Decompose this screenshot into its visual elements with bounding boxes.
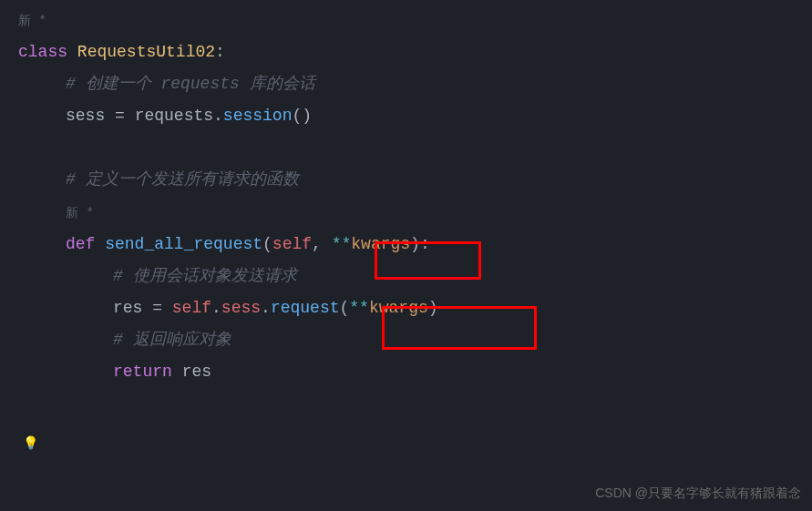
star-operator: ** (332, 235, 352, 253)
code-line-return: return res (18, 356, 794, 388)
code-line-res: res = self.sess.request(**kwargs) (18, 292, 794, 324)
comment-text: # 返回响应对象 (113, 331, 231, 349)
lightbulb-icon[interactable]: 💡 (23, 432, 38, 456)
var-sess: sess (66, 107, 105, 125)
code-line-sess: sess = requests.session() (18, 100, 794, 132)
comment-text: # 创建一个 requests 库的会话 (66, 75, 315, 93)
self-ref: self (172, 299, 211, 317)
code-line-comment4: # 返回响应对象 (18, 324, 794, 356)
keyword-return: return (113, 363, 172, 381)
star-operator: ** (349, 299, 369, 317)
class-name: RequestsUtil02 (77, 43, 215, 61)
open-paren: ( (340, 299, 350, 317)
code-line-comment2: # 定义一个发送所有请求的函数 (18, 164, 794, 196)
dot: . (211, 299, 221, 317)
comment-text: # 定义一个发送所有请求的函数 (66, 170, 299, 189)
function-name: send_all_request (105, 235, 262, 253)
parens: () (292, 107, 312, 125)
code-line-class: class RequestsUtil02: (18, 36, 794, 68)
code-line-def: def send_all_request(self, **kwargs): (18, 229, 794, 261)
close-paren: ) (428, 299, 438, 317)
close-paren: ) (410, 235, 420, 253)
code-line-comment3: # 使用会话对象发送请求 (18, 261, 794, 292)
keyword-class: class (18, 43, 67, 61)
vcs-hint2: 新 * (18, 197, 794, 229)
return-value: res (182, 363, 211, 381)
blank-line (18, 132, 794, 164)
colon: : (215, 43, 225, 61)
var-res: res (113, 299, 142, 317)
comma: , (312, 235, 332, 253)
keyword-def: def (66, 235, 95, 253)
method-request: request (271, 299, 340, 317)
watermark-text: CSDN @只要名字够长就有猪跟着念 (595, 481, 801, 506)
dot: . (261, 299, 271, 317)
colon: : (420, 235, 430, 253)
param-kwargs: kwargs (351, 235, 410, 253)
attr-sess: sess (221, 299, 261, 317)
new-marker: 新 * (18, 14, 46, 28)
code-line-comment: # 创建一个 requests 库的会话 (18, 68, 794, 100)
method-session: session (223, 107, 293, 125)
new-marker: 新 * (66, 206, 94, 220)
comment-text: # 使用会话对象发送请求 (113, 267, 297, 285)
vcs-hint: 新 * (18, 5, 794, 36)
equals: = (142, 299, 171, 317)
param-self: self (272, 235, 312, 253)
open-paren: ( (262, 235, 272, 253)
module-requests: requests (135, 107, 213, 125)
equals: = (105, 107, 134, 125)
arg-kwargs: kwargs (369, 299, 428, 317)
code-editor[interactable]: 新 * class RequestsUtil02: # 创建一个 request… (0, 0, 812, 393)
dot: . (213, 107, 223, 125)
